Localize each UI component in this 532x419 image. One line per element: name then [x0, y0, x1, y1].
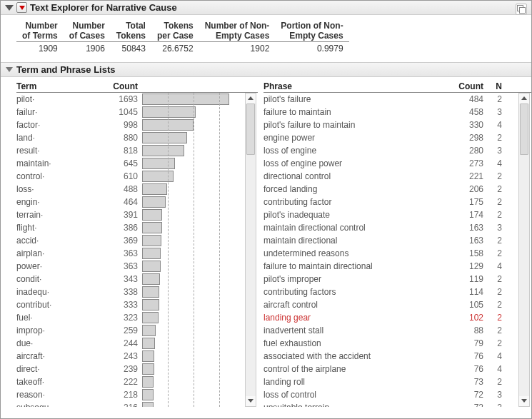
term-row[interactable]: flight·386 [16, 221, 245, 234]
phrase-row[interactable]: undetermined reasons1582 [264, 247, 518, 260]
phrase-row[interactable]: forced landing2062 [264, 183, 518, 196]
phrase-row[interactable]: unsuitable terrain722 [264, 401, 518, 407]
phrase-n-cell: 2 [483, 248, 503, 258]
phrase-row[interactable]: contributing factors1142 [264, 286, 518, 298]
phrase-scrollbar[interactable] [518, 93, 530, 407]
term-bar [142, 171, 174, 182]
term-col-header[interactable]: Term [16, 81, 104, 91]
phrase-row[interactable]: maintain directional control1633 [264, 221, 518, 234]
term-row[interactable]: improp·259 [16, 324, 245, 337]
phrase-row[interactable]: directional control2212 [264, 170, 518, 183]
term-row[interactable]: loss·488 [16, 183, 245, 196]
term-row[interactable]: power·363 [16, 260, 245, 273]
phrase-row[interactable]: loss of engine2803 [264, 144, 518, 157]
scroll-track[interactable] [246, 104, 256, 396]
term-phrase-section-title: Term and Phrase Lists [16, 64, 115, 75]
stats-header[interactable]: Number of Terms [16, 21, 64, 41]
term-cell: engin· [16, 197, 104, 207]
phrase-row[interactable]: maintain directional1632 [264, 234, 518, 247]
term-list-header[interactable]: Term Count [16, 81, 258, 93]
phrase-row[interactable]: landing gear1022 [264, 311, 518, 324]
term-bar-cell [138, 144, 245, 157]
phrase-col-header[interactable]: Phrase [264, 81, 449, 91]
term-row[interactable]: pilot·1693 [16, 93, 245, 106]
scroll-thumb[interactable] [520, 104, 528, 155]
term-row[interactable]: aircraft·243 [16, 350, 245, 363]
term-row[interactable]: result·818 [16, 144, 245, 157]
stats-value: 26.6752 [151, 41, 199, 55]
scroll-down-icon[interactable] [246, 396, 256, 406]
term-row[interactable]: due·244 [16, 337, 245, 350]
pcount-col-header[interactable]: Count [449, 81, 483, 91]
phrase-n-cell: 2 [483, 300, 503, 310]
count-col-header[interactable]: Count [104, 81, 138, 91]
term-row[interactable]: direct·239 [16, 363, 245, 375]
expand-window-icon[interactable] [516, 4, 527, 15]
term-row[interactable]: factor·998 [16, 118, 245, 131]
phrase-row[interactable]: inadvertent stall882 [264, 324, 518, 337]
phrase-n-cell: 3 [483, 390, 503, 400]
phrase-row[interactable]: associated with the accident764 [264, 350, 518, 363]
term-row[interactable]: accid·369 [16, 234, 245, 247]
phrase-row[interactable]: aircraft control1052 [264, 298, 518, 311]
disclosure-icon[interactable] [5, 4, 14, 12]
phrase-row[interactable]: failure to maintain4583 [264, 106, 518, 118]
phrase-row[interactable]: control of the airplane764 [264, 363, 518, 375]
term-row[interactable]: control·610 [16, 170, 245, 183]
scroll-down-icon[interactable] [519, 396, 529, 406]
phrase-row[interactable]: contributing factor1752 [264, 196, 518, 208]
stats-header[interactable]: Number of Cases [64, 21, 111, 41]
stats-value: 1909 [16, 41, 64, 55]
stats-header[interactable]: Tokens per Case [151, 21, 199, 41]
term-row[interactable]: failur·1045 [16, 106, 245, 118]
term-row[interactable]: inadequ·338 [16, 286, 245, 298]
term-bar-cell [138, 93, 245, 106]
phrase-row[interactable]: engine power2982 [264, 131, 518, 144]
term-row[interactable]: fuel·323 [16, 311, 245, 324]
stats-header[interactable]: Portion of Non- Empty Cases [275, 21, 348, 41]
term-row[interactable]: terrain·391 [16, 208, 245, 221]
term-row[interactable]: contribut·333 [16, 298, 245, 311]
phrase-row[interactable]: landing roll732 [264, 375, 518, 388]
phrase-row[interactable]: loss of control723 [264, 388, 518, 401]
phrase-list-pane: Phrase Count N pilot's failure4842failur… [258, 77, 531, 414]
phrase-row[interactable]: fuel exhaustion792 [264, 337, 518, 350]
term-cell: fuel· [16, 313, 104, 323]
scroll-up-icon[interactable] [246, 94, 256, 104]
term-phrase-section-header[interactable]: Term and Phrase Lists [1, 62, 531, 77]
phrase-row[interactable]: pilot's inadequate1742 [264, 208, 518, 221]
scroll-track[interactable] [519, 104, 529, 396]
phrase-row[interactable]: pilot's failure4842 [264, 93, 518, 106]
term-row[interactable]: maintain·645 [16, 157, 245, 170]
n-col-header[interactable]: N [483, 81, 503, 91]
phrase-cell: control of the airplane [264, 364, 449, 374]
scroll-up-icon[interactable] [519, 94, 529, 104]
phrase-count-cell: 72 [449, 390, 483, 400]
phrase-list-header[interactable]: Phrase Count N [264, 81, 531, 93]
phrase-row[interactable]: loss of engine power2734 [264, 157, 518, 170]
phrase-n-cell: 4 [483, 351, 503, 361]
disclosure-icon[interactable] [5, 65, 14, 74]
term-cell: terrain· [16, 210, 104, 220]
phrase-row[interactable]: failure to maintain directional1294 [264, 260, 518, 273]
term-row[interactable]: reason·218 [16, 388, 245, 401]
term-row[interactable]: condit·343 [16, 273, 245, 286]
term-count-cell: 343 [104, 274, 138, 284]
red-triangle-menu-icon[interactable] [16, 2, 27, 13]
phrase-row[interactable]: pilot's improper1192 [264, 273, 518, 286]
scroll-thumb[interactable] [246, 104, 255, 155]
term-row[interactable]: subsequ·216 [16, 401, 245, 407]
term-cell: accid· [16, 236, 104, 246]
term-row[interactable]: land·880 [16, 131, 245, 144]
phrase-row[interactable]: pilot's failure to maintain3304 [264, 118, 518, 131]
stats-header[interactable]: Total Tokens [111, 21, 151, 41]
term-scrollbar[interactable] [245, 93, 256, 407]
term-row[interactable]: airplan·363 [16, 247, 245, 260]
stats-header[interactable]: Number of Non- Empty Cases [199, 21, 276, 41]
phrase-n-cell: 2 [483, 377, 503, 387]
phrase-cell: unsuitable terrain [264, 403, 449, 407]
main-section-header[interactable]: Text Explorer for Narrative Cause [1, 1, 531, 15]
term-cell: result· [16, 146, 104, 156]
term-row[interactable]: takeoff·222 [16, 375, 245, 388]
term-row[interactable]: engin·464 [16, 196, 245, 208]
